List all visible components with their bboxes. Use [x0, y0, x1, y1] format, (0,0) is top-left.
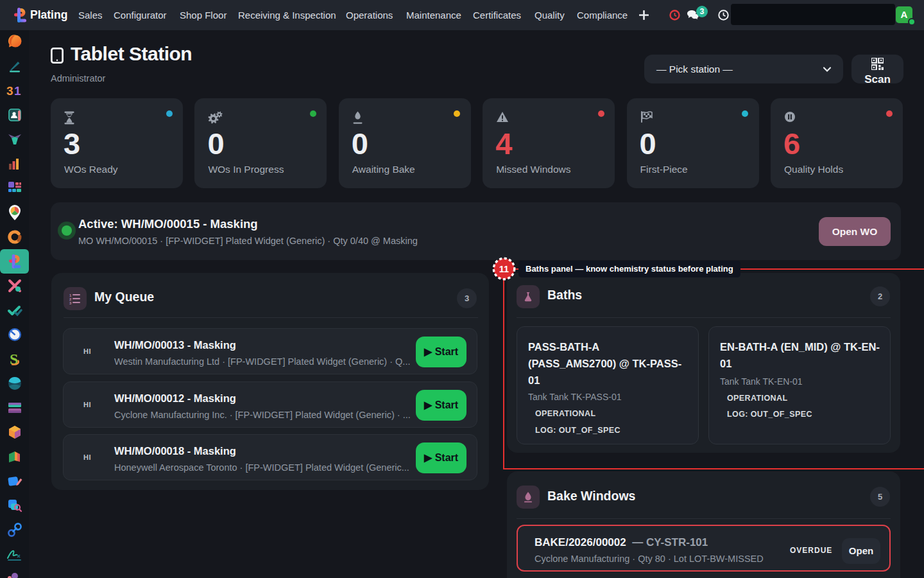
svg-text:3: 3 — [6, 84, 13, 98]
svg-text:11: 11 — [499, 264, 509, 274]
svg-text:3: 3 — [69, 301, 72, 305]
svg-text:1: 1 — [14, 84, 21, 98]
